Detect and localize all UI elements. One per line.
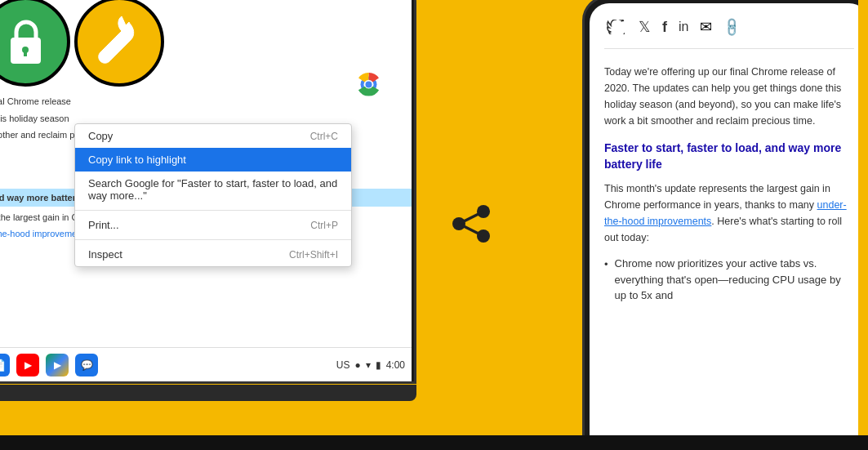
copy-shortcut: Ctrl+C: [310, 131, 338, 142]
share-icon: [449, 203, 494, 244]
twitter-icon-simple[interactable]: 𝕏: [639, 18, 651, 36]
lock-icon: [3, 16, 48, 69]
context-menu-divider1: [75, 210, 351, 211]
copy-label: Copy: [88, 130, 113, 142]
taskbar-wifi-icon: ▾: [366, 359, 371, 371]
bullet-text: Chrome now prioritizes your active tabs …: [615, 256, 854, 304]
svg-line-9: [459, 212, 483, 224]
context-menu-divider2: [75, 239, 351, 240]
taskbar-chat-icon[interactable]: 💬: [75, 354, 98, 376]
laptop-base: [0, 385, 416, 401]
svg-point-5: [366, 82, 372, 88]
twitter-icon[interactable]: [604, 16, 627, 38]
context-menu-copy-link[interactable]: Copy link to highlight: [75, 148, 351, 172]
linkedin-icon[interactable]: in: [679, 20, 688, 34]
inspect-shortcut: Ctrl+Shift+I: [289, 249, 338, 261]
bottom-black-bar: [0, 435, 868, 450]
right-yellow-strip: [858, 0, 868, 450]
context-menu-search[interactable]: Search Google for "Faster to start, fast…: [75, 172, 351, 207]
copy-link-label: Copy link to highlight: [88, 154, 186, 166]
main-container: nal Chrome release this holiday season o…: [0, 0, 868, 450]
context-menu-print[interactable]: Print... Ctrl+P: [75, 213, 351, 237]
taskbar: 📄 ▶ ▶ 💬: [0, 347, 412, 381]
search-label: Search Google for "Faster to start, fast…: [88, 177, 338, 202]
phone-frame: 𝕏 f in ✉ 🔗 Today we're offering up our f…: [582, 0, 868, 450]
wrench-icon: [93, 16, 146, 69]
taskbar-right: US ● ▾ ▮ 4:00: [336, 359, 405, 371]
svg-line-10: [459, 224, 483, 236]
context-menu-copy[interactable]: Copy Ctrl+C: [75, 124, 351, 148]
phone-screen: 𝕏 f in ✉ 🔗 Today we're offering up our f…: [590, 3, 868, 450]
inspect-label: Inspect: [88, 248, 122, 261]
print-shortcut: Ctrl+P: [310, 220, 338, 231]
chrome-logo: [350, 66, 387, 106]
laptop-frame: nal Chrome release this holiday season o…: [0, 0, 416, 384]
taskbar-youtube-icon[interactable]: ▶: [16, 354, 39, 376]
print-label: Print...: [88, 219, 119, 231]
link-icon[interactable]: 🔗: [721, 16, 744, 38]
facebook-icon[interactable]: f: [662, 19, 667, 36]
taskbar-play-icon[interactable]: ▶: [46, 354, 69, 376]
lock-icon-circle: [0, 0, 70, 87]
taskbar-battery-icon: ▮: [376, 359, 381, 371]
taskbar-left: 📄 ▶ ▶ 💬: [0, 354, 98, 376]
bullet-dot: •: [604, 256, 608, 304]
social-icons-row: 𝕏 f in ✉ 🔗: [604, 16, 854, 49]
taskbar-doc-icon[interactable]: 📄: [0, 354, 10, 376]
left-device: nal Chrome release this holiday season o…: [0, 0, 445, 450]
right-device: 𝕏 f in ✉ 🔗 Today we're offering up our f…: [525, 0, 868, 450]
laptop-text-line1: nal Chrome release: [0, 95, 399, 109]
taskbar-region: US: [336, 359, 350, 371]
wrench-icon-circle: [74, 0, 164, 87]
share-icon-container: [449, 203, 494, 247]
laptop-screen: nal Chrome release this holiday season o…: [0, 0, 412, 381]
taskbar-time: 4:00: [386, 359, 405, 371]
context-menu-inspect[interactable]: Inspect Ctrl+Shift+I: [75, 243, 351, 266]
body-link[interactable]: under-the-hood improvements: [604, 199, 847, 227]
phone-intro-text: Today we're offering up our final Chrome…: [604, 64, 854, 129]
svg-rect-2: [24, 50, 27, 56]
bullet-item-1: • Chrome now prioritizes your active tab…: [604, 256, 854, 304]
context-menu: Copy Ctrl+C Copy link to highlight Searc…: [74, 123, 352, 267]
taskbar-network-icon: ●: [354, 359, 360, 371]
phone-body-text: This month's update represents the large…: [604, 180, 854, 246]
mail-icon[interactable]: ✉: [700, 18, 712, 36]
phone-headline: Faster to start, faster to load, and way…: [604, 140, 854, 172]
